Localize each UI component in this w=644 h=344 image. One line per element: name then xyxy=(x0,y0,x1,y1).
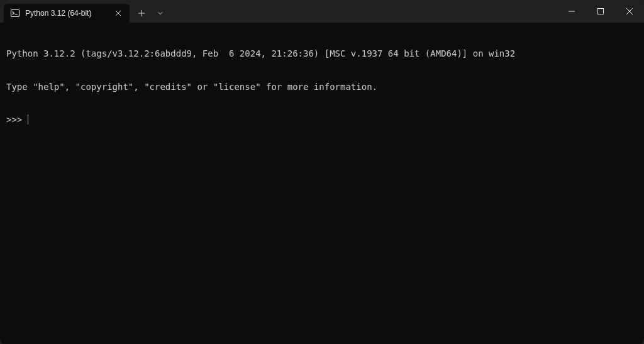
svg-rect-0 xyxy=(11,10,19,17)
output-line: Python 3.12.2 (tags/v3.12.2:6abddd9, Feb… xyxy=(6,48,638,60)
minimize-button[interactable] xyxy=(557,0,586,23)
tab-dropdown-button[interactable] xyxy=(151,4,170,23)
close-icon[interactable] xyxy=(113,8,123,18)
terminal-body[interactable]: Python 3.12.2 (tags/v3.12.2:6abddd9, Feb… xyxy=(0,23,644,344)
tab-actions xyxy=(130,0,170,23)
new-tab-button[interactable] xyxy=(132,4,151,23)
titlebar-drag-region[interactable] xyxy=(170,0,557,23)
tab-group: Python 3.12 (64-bit) xyxy=(0,0,130,23)
window-controls xyxy=(557,0,644,23)
terminal-icon xyxy=(10,8,20,18)
terminal-window: Python 3.12 (64-bit) xyxy=(0,0,644,344)
svg-rect-7 xyxy=(598,9,604,14)
maximize-button[interactable] xyxy=(586,0,615,23)
prompt-line: >>> xyxy=(6,114,638,126)
titlebar[interactable]: Python 3.12 (64-bit) xyxy=(0,0,644,23)
tab-title: Python 3.12 (64-bit) xyxy=(25,9,108,18)
cursor xyxy=(28,114,28,125)
prompt: >>> xyxy=(6,114,28,126)
output-line: Type "help", "copyright", "credits" or "… xyxy=(6,82,638,93)
tab-python[interactable]: Python 3.12 (64-bit) xyxy=(4,4,130,23)
close-button[interactable] xyxy=(615,0,644,23)
